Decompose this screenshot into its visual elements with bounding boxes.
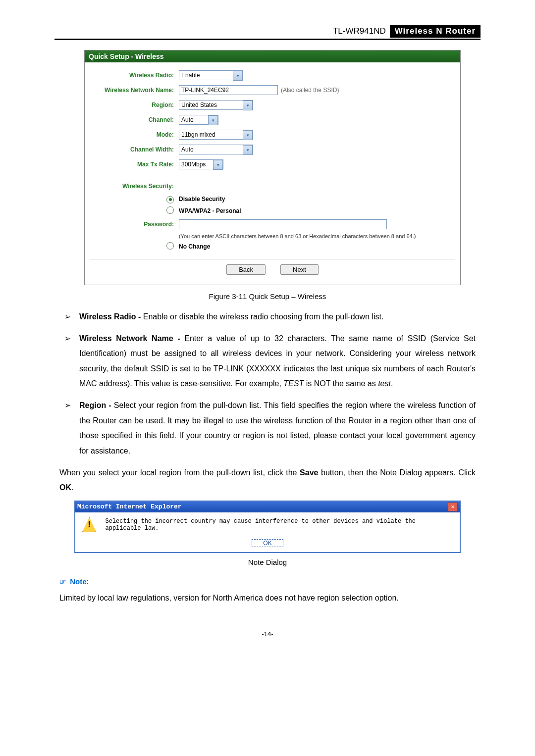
password-label: Password: bbox=[90, 221, 179, 228]
security-label: Wireless Security: bbox=[90, 183, 179, 190]
channel-width-select[interactable]: Auto ▾ bbox=[179, 145, 253, 154]
chevron-down-icon: ▾ bbox=[213, 160, 223, 170]
opt-disable-security: Disable Security bbox=[179, 196, 225, 202]
dialog-caption: Note Dialog bbox=[54, 558, 481, 566]
note-dialog: Microsoft Internet Explorer ✕ ! Selectin… bbox=[74, 501, 461, 553]
chevron-down-icon: ▾ bbox=[243, 145, 253, 155]
radio-wpa[interactable] bbox=[166, 206, 174, 214]
figure-caption: Figure 3-11 Quick Setup – Wireless bbox=[54, 292, 481, 301]
warning-icon: ! bbox=[82, 517, 96, 532]
region-label: Region: bbox=[90, 101, 179, 108]
max-tx-select[interactable]: 300Mbps ▾ bbox=[179, 159, 223, 169]
paragraph-save-note: When you select your local region from t… bbox=[59, 465, 476, 496]
radio-no-change[interactable] bbox=[166, 242, 174, 250]
opt-wpa: WPA/WPA2 - Personal bbox=[179, 207, 241, 214]
pointing-hand-icon: ☞ bbox=[59, 577, 66, 586]
channel-width-label: Channel Width: bbox=[90, 146, 179, 153]
region-select[interactable]: United States ▾ bbox=[179, 100, 253, 110]
password-hint: (You can enter ASCII characters between … bbox=[179, 233, 455, 239]
channel-select[interactable]: Auto ▾ bbox=[179, 115, 218, 125]
product-name: Wireless N Router bbox=[390, 25, 481, 38]
chevron-down-icon: ▾ bbox=[233, 71, 243, 81]
note-heading: ☞ Note: bbox=[59, 577, 476, 586]
model-number: TL-WR941ND bbox=[333, 26, 390, 36]
max-tx-label: Max Tx Rate: bbox=[90, 161, 179, 168]
dialog-message: Selecting the incorrect country may caus… bbox=[105, 518, 453, 532]
channel-label: Channel: bbox=[90, 116, 179, 123]
ssid-hint: (Also called the SSID) bbox=[281, 87, 339, 94]
network-name-label: Wireless Network Name: bbox=[90, 87, 179, 94]
mode-label: Mode: bbox=[90, 131, 179, 138]
chevron-down-icon: ▾ bbox=[243, 130, 253, 140]
next-button[interactable]: Next bbox=[280, 264, 319, 275]
wireless-radio-label: Wireless Radio: bbox=[90, 72, 179, 79]
chevron-down-icon: ▾ bbox=[208, 115, 218, 125]
bullet-region: Region - Select your region from the pul… bbox=[59, 398, 476, 458]
opt-no-change: No Change bbox=[179, 243, 210, 250]
quick-setup-panel: Quick Setup - Wireless Wireless Radio: E… bbox=[84, 50, 461, 285]
password-input[interactable] bbox=[179, 219, 387, 229]
ok-button[interactable]: OK bbox=[252, 539, 283, 547]
mode-select[interactable]: 11bgn mixed ▾ bbox=[179, 130, 253, 140]
radio-disable-security[interactable] bbox=[166, 196, 174, 203]
dialog-title: Microsoft Internet Explorer bbox=[77, 503, 182, 510]
page-number: -14- bbox=[54, 630, 481, 638]
bullet-wireless-radio: Wireless Radio - Enable or disable the w… bbox=[59, 309, 476, 324]
back-button[interactable]: Back bbox=[226, 264, 266, 275]
network-name-input[interactable]: TP-LINK_24EC92 bbox=[179, 85, 278, 95]
page-header: TL-WR941ND Wireless N Router bbox=[54, 25, 481, 40]
note-body: Limited by local law regulations, versio… bbox=[59, 591, 476, 605]
chevron-down-icon: ▾ bbox=[243, 101, 253, 110]
wireless-radio-select[interactable]: Enable ▾ bbox=[179, 70, 243, 80]
close-icon[interactable]: ✕ bbox=[448, 503, 458, 511]
bullet-network-name: Wireless Network Name - Enter a value of… bbox=[59, 331, 476, 392]
panel-title: Quick Setup - Wireless bbox=[85, 50, 460, 62]
